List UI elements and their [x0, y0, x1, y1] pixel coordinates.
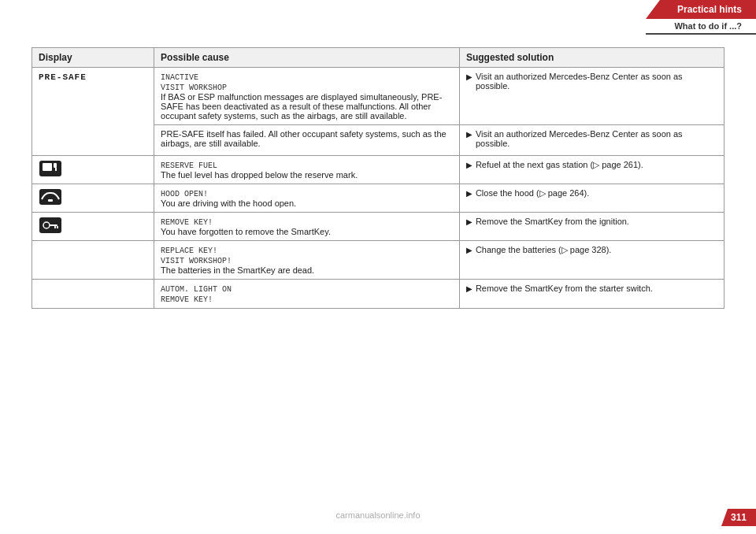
- solution-cell-replace: ▶ Change the batteries (▷ page 328).: [459, 241, 724, 280]
- hints-table: Display Possible cause Suggested solutio…: [32, 47, 724, 309]
- svg-rect-2: [54, 163, 57, 168]
- arrow-icon: ▶: [466, 130, 472, 139]
- cause-desc-2: PRE-SAFE itself has failed. All other oc…: [161, 129, 447, 148]
- svg-rect-3: [55, 168, 57, 171]
- display-cell-presafe: PRE-SAFE: [32, 68, 154, 156]
- cause-desc-1: If BAS or ESP malfunction messages are d…: [161, 92, 442, 121]
- solution-item: ▶ Close the hood (▷ page 264).: [466, 188, 717, 198]
- svg-rect-10: [57, 226, 58, 228]
- solution-item: ▶ Refuel at the next gas station (▷ page…: [466, 160, 717, 170]
- cause-desc-key: You have forgotten to remove the SmartKe…: [161, 227, 331, 236]
- cause-cell-key: REMOVE KEY! You have forgotten to remove…: [154, 213, 460, 241]
- key-icon: [39, 217, 62, 234]
- col-header-solution: Suggested solution: [459, 48, 724, 68]
- solution-cell-autom: ▶ Remove the SmartKey from the starter s…: [459, 280, 724, 309]
- header: Practical hints What to do if ...?: [646, 0, 756, 35]
- solution-cell-key: ▶ Remove the SmartKey from the ignition.: [459, 213, 724, 241]
- display-cell-hood: [32, 184, 154, 213]
- solution-cell-fuel: ▶ Refuel at the next gas station (▷ page…: [459, 156, 724, 184]
- cause-code-fuel: RESERVE FUEL: [161, 161, 217, 170]
- col-header-cause: Possible cause: [154, 48, 460, 68]
- presafe-label: PRE-SAFE: [39, 72, 87, 82]
- svg-rect-1: [43, 163, 52, 171]
- arrow-icon: ▶: [466, 72, 472, 81]
- cause-cell-autom: AUTOM. LIGHT ONREMOVE KEY!: [154, 280, 460, 309]
- cause-code-1: INACTIVEVISIT WORKSHOP: [161, 73, 227, 92]
- fuel-icon: [39, 160, 62, 177]
- cause-cell-1: INACTIVEVISIT WORKSHOP If BAS or ESP mal…: [154, 68, 460, 125]
- arrow-icon: ▶: [466, 284, 472, 293]
- cause-cell-replace: REPLACE KEY!VISIT WORKSHOP! The batterie…: [154, 241, 460, 280]
- solution-text-hood: Close the hood (▷ page 264).: [476, 188, 589, 198]
- main-content: Display Possible cause Suggested solutio…: [32, 47, 724, 309]
- table-row: REPLACE KEY!VISIT WORKSHOP! The batterie…: [32, 241, 724, 280]
- cause-cell-2: PRE-SAFE itself has failed. All other oc…: [154, 125, 460, 156]
- cause-code-hood: HOOD OPEN!: [161, 190, 208, 198]
- cause-code-replace: REPLACE KEY!VISIT WORKSHOP!: [161, 247, 232, 265]
- section-title: Practical hints: [646, 0, 756, 19]
- display-cell-autom: [32, 280, 154, 309]
- arrow-icon: ▶: [466, 246, 472, 254]
- col-header-display: Display: [32, 48, 154, 68]
- table-row: HOOD OPEN! You are driving with the hood…: [32, 184, 724, 213]
- solution-text-replace: Change the batteries (▷ page 328).: [476, 245, 612, 255]
- solution-cell-1: ▶ Visit an authorized Mercedes-Benz Cent…: [459, 68, 724, 125]
- arrow-icon: ▶: [466, 161, 472, 169]
- solution-item: ▶ Visit an authorized Mercedes-Benz Cent…: [466, 129, 717, 148]
- solution-cell-hood: ▶ Close the hood (▷ page 264).: [459, 184, 724, 213]
- page-subtitle: What to do if ...?: [646, 19, 756, 35]
- arrow-icon: ▶: [466, 189, 472, 198]
- hood-icon: [39, 188, 62, 206]
- solution-item: ▶ Visit an authorized Mercedes-Benz Cent…: [466, 72, 717, 91]
- svg-rect-9: [54, 226, 56, 228]
- table-row: PRE-SAFE INACTIVEVISIT WORKSHOP If BAS o…: [32, 68, 724, 125]
- solution-text-2: Visit an authorized Mercedes-Benz Center…: [476, 129, 717, 148]
- table-row: REMOVE KEY! You have forgotten to remove…: [32, 213, 724, 241]
- display-cell-fuel: [32, 156, 154, 184]
- display-cell-key: [32, 213, 154, 241]
- arrow-icon: ▶: [466, 217, 472, 226]
- watermark: carmanualsonline.info: [0, 510, 756, 520]
- solution-cell-2: ▶ Visit an authorized Mercedes-Benz Cent…: [459, 125, 724, 156]
- solution-item: ▶ Remove the SmartKey from the starter s…: [466, 284, 717, 293]
- cause-desc-replace: The batteries in the SmartKey are dead.: [161, 265, 314, 275]
- solution-item: ▶ Change the batteries (▷ page 328).: [466, 245, 717, 255]
- cause-cell-fuel: RESERVE FUEL The fuel level has dropped …: [154, 156, 460, 184]
- svg-rect-5: [48, 199, 53, 202]
- solution-text-1: Visit an authorized Mercedes-Benz Center…: [476, 72, 717, 91]
- cause-desc-fuel: The fuel level has dropped below the res…: [161, 170, 358, 180]
- cause-desc-hood: You are driving with the hood open.: [161, 198, 296, 208]
- display-cell-replace: [32, 241, 154, 280]
- solution-item: ▶ Remove the SmartKey from the ignition.: [466, 217, 717, 226]
- svg-rect-8: [50, 224, 57, 226]
- table-row: AUTOM. LIGHT ONREMOVE KEY! ▶ Remove the …: [32, 280, 724, 309]
- cause-cell-hood: HOOD OPEN! You are driving with the hood…: [154, 184, 460, 213]
- solution-text-fuel: Refuel at the next gas station (▷ page 2…: [476, 160, 643, 170]
- cause-code-key: REMOVE KEY!: [161, 218, 213, 227]
- table-row: RESERVE FUEL The fuel level has dropped …: [32, 156, 724, 184]
- solution-text-key: Remove the SmartKey from the ignition.: [476, 217, 629, 226]
- cause-code-autom: AUTOM. LIGHT ONREMOVE KEY!: [161, 285, 232, 304]
- solution-text-autom: Remove the SmartKey from the starter swi…: [476, 284, 653, 293]
